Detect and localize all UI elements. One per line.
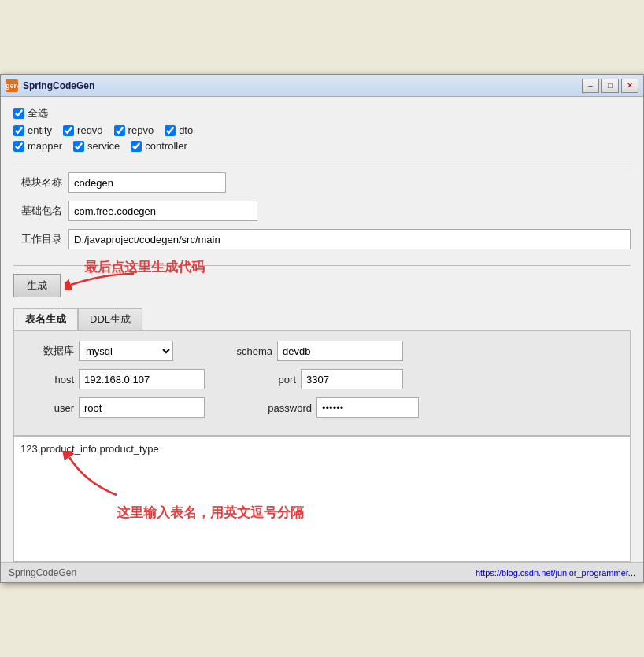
repvo-checkbox[interactable]: repvo bbox=[114, 124, 154, 136]
module-input[interactable] bbox=[68, 172, 226, 193]
user-pair: user bbox=[27, 397, 205, 418]
main-window: gen SpringCodeGen – □ ✕ 全选 entity bbox=[0, 74, 644, 583]
schema-label: schema bbox=[233, 345, 272, 357]
port-pair: port bbox=[265, 369, 403, 389]
password-pair: password bbox=[265, 397, 419, 418]
schema-input[interactable] bbox=[277, 341, 403, 361]
port-label: port bbox=[265, 374, 296, 386]
password-input[interactable] bbox=[316, 397, 419, 418]
annotation-text-2: 这里输入表名，用英文逗号分隔 bbox=[117, 504, 304, 522]
host-row: host port bbox=[27, 369, 617, 389]
form-section: 模块名称 基础包名 工作目录 bbox=[13, 164, 631, 266]
tab-bar: 表名生成 DDL生成 bbox=[13, 308, 631, 330]
tab-content: 数据库 mysql postgresql oracle sqlserver sc… bbox=[13, 330, 631, 436]
title-bar-left: gen SpringCodeGen bbox=[6, 79, 94, 92]
workdir-input[interactable] bbox=[68, 229, 631, 249]
db-pair: 数据库 mysql postgresql oracle sqlserver bbox=[27, 341, 173, 361]
annotation-text-1: 最后点这里生成代码 bbox=[84, 258, 205, 276]
window-controls: – □ ✕ bbox=[582, 79, 638, 93]
window-title: SpringCodeGen bbox=[23, 80, 94, 91]
status-label: SpringCodeGen bbox=[9, 567, 76, 578]
close-button[interactable]: ✕ bbox=[621, 79, 638, 93]
user-label: user bbox=[27, 402, 74, 414]
service-checkbox[interactable]: service bbox=[73, 140, 120, 152]
package-label: 基础包名 bbox=[13, 204, 68, 218]
user-row: user password bbox=[27, 397, 617, 418]
generate-section: 生成 最后点这里生成代码 bbox=[13, 266, 631, 302]
user-input[interactable] bbox=[79, 397, 205, 418]
package-row: 基础包名 bbox=[13, 201, 631, 221]
select-all-checkbox[interactable]: 全选 bbox=[13, 106, 48, 120]
tabs-section: 表名生成 DDL生成 数据库 mysql postgresql oracle bbox=[13, 308, 631, 436]
module-label: 模块名称 bbox=[13, 175, 68, 190]
status-bar: SpringCodeGen https://blog.csdn.net/juni… bbox=[1, 562, 643, 582]
schema-pair: schema bbox=[233, 341, 403, 361]
entity-checkbox[interactable]: entity bbox=[13, 124, 52, 136]
port-input[interactable] bbox=[301, 369, 403, 389]
select-all-row: 全选 bbox=[13, 106, 631, 120]
host-pair: host bbox=[27, 369, 205, 389]
reqvo-checkbox[interactable]: reqvo bbox=[63, 124, 103, 136]
package-input[interactable] bbox=[68, 201, 257, 221]
db-select[interactable]: mysql postgresql oracle sqlserver bbox=[79, 341, 173, 361]
checkbox-row-2: mapper service controller bbox=[13, 140, 631, 152]
host-input[interactable] bbox=[79, 369, 205, 389]
textarea-container: 123,product_info,product_type 这里输入表名，用英文… bbox=[13, 436, 631, 562]
checkbox-section: 全选 entity reqvo repvo dto bbox=[13, 106, 631, 164]
status-link: https://blog.csdn.net/junior_programmer.… bbox=[476, 568, 635, 578]
dto-checkbox[interactable]: dto bbox=[165, 124, 193, 136]
password-label: password bbox=[265, 402, 312, 414]
checkbox-row-1: entity reqvo repvo dto bbox=[13, 124, 631, 136]
generate-button[interactable]: 生成 bbox=[13, 274, 61, 297]
module-row: 模块名称 bbox=[13, 172, 631, 193]
controller-checkbox[interactable]: controller bbox=[131, 140, 187, 152]
db-row: 数据库 mysql postgresql oracle sqlserver sc… bbox=[27, 341, 617, 361]
tab-ddl[interactable]: DDL生成 bbox=[78, 308, 142, 330]
textarea-section: 123,product_info,product_type 这里输入表名，用英文… bbox=[13, 436, 631, 562]
tab-table-name[interactable]: 表名生成 bbox=[13, 308, 78, 330]
mapper-checkbox[interactable]: mapper bbox=[13, 140, 62, 152]
title-bar: gen SpringCodeGen – □ ✕ bbox=[1, 75, 643, 97]
select-all-label: 全选 bbox=[28, 106, 48, 120]
app-icon: gen bbox=[6, 79, 18, 92]
db-label: 数据库 bbox=[27, 344, 74, 358]
annotation-arrow-2 bbox=[61, 451, 124, 498]
minimize-button[interactable]: – bbox=[582, 79, 599, 93]
select-all-input[interactable] bbox=[13, 108, 24, 119]
workdir-label: 工作目录 bbox=[13, 232, 68, 246]
host-label: host bbox=[27, 374, 74, 386]
main-content: 全选 entity reqvo repvo dto bbox=[1, 97, 643, 562]
workdir-row: 工作目录 bbox=[13, 229, 631, 249]
maximize-button[interactable]: □ bbox=[601, 79, 619, 93]
